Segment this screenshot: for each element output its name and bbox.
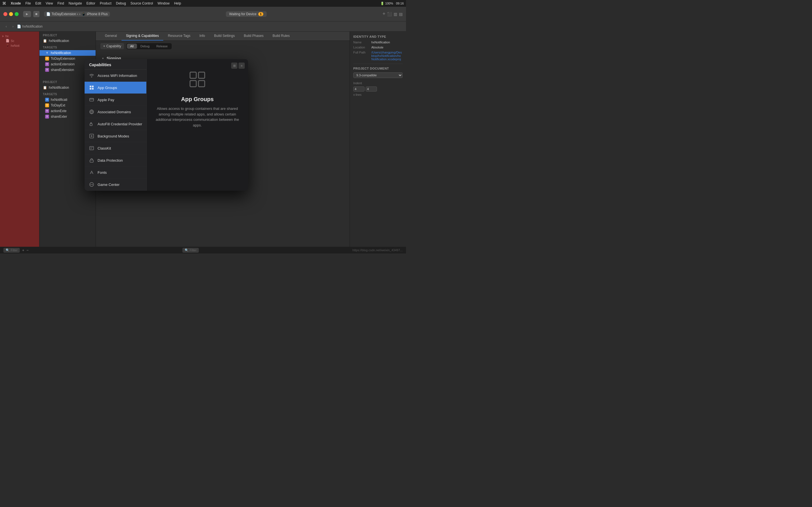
tab-build-phases[interactable]: Build Phases: [239, 32, 268, 41]
run-button[interactable]: ▶: [23, 11, 31, 17]
red-annotation-overlay: [0, 32, 39, 247]
right-inspector: Identity and Type Name hxNotification Lo…: [350, 32, 406, 247]
menu-file[interactable]: File: [26, 1, 31, 5]
cap-item-fonts[interactable]: Fonts: [96, 166, 146, 179]
inspector-compat-row: 9.3-compatible: [353, 72, 403, 78]
warning-badge[interactable]: 1: [258, 12, 263, 16]
menu-xcode[interactable]: Xcode: [11, 1, 21, 5]
capability-detail-title: App Groups: [181, 96, 214, 103]
cap-item-gamecenter[interactable]: Game Center: [96, 179, 146, 191]
hxnoti-label: hxNoti: [11, 44, 19, 47]
bottom-bar: 🔍 Filter + − 🔍 Filter https://blog.csdn.…: [0, 247, 406, 253]
cap-item-appgroups[interactable]: App Groups: [96, 82, 146, 94]
pill-debug[interactable]: Debug: [137, 44, 153, 49]
menu-view[interactable]: View: [46, 1, 53, 5]
file-name: hxNotification: [22, 24, 43, 29]
hxnoti-icon: 📱: [6, 44, 10, 47]
scheme-breadcrumb[interactable]: 📄 ToDayExtension › › 📱 iPhone 8 Plus: [44, 11, 110, 17]
sidebar-item-sc[interactable]: 📄 Sc: [0, 38, 39, 43]
project-name-2: hxNotification: [49, 86, 69, 90]
tab-build-rules[interactable]: Build Rules: [268, 32, 294, 41]
target-item-hxnotification[interactable]: T hxNotification: [40, 50, 96, 56]
target-name-today: ToDayExtension: [51, 57, 75, 61]
menu-product[interactable]: Product: [100, 1, 111, 5]
project-doc-title: Project Document: [353, 67, 403, 70]
menu-help[interactable]: Help: [174, 1, 181, 5]
capabilities-header: Capabilities: [96, 59, 146, 69]
menu-window[interactable]: Window: [158, 1, 170, 5]
pill-release[interactable]: Release: [153, 44, 171, 49]
indent-label: Indent: [353, 81, 370, 85]
plus-icon: +: [103, 44, 105, 48]
indent-row: Indent: [353, 81, 403, 85]
add-editor-button[interactable]: +: [382, 11, 386, 17]
inspector-path-row: Full Path /Users/zhangping/Desktop/hxNot…: [353, 51, 403, 61]
secondary-toolbar: ‹ › 📄 hxNotification: [0, 21, 406, 32]
cap-item-dataprotection[interactable]: Data Protection: [96, 154, 146, 166]
svg-rect-16: [199, 80, 205, 87]
fullscreen-button[interactable]: [15, 12, 18, 16]
cap-name-classkit: ClassKit: [98, 146, 111, 151]
tab-general[interactable]: General: [100, 32, 121, 41]
targets-section-label: TARGETS: [40, 44, 96, 50]
grid-view-toggle[interactable]: ⊞: [231, 62, 238, 69]
tab-signing[interactable]: Signing & Capabilities: [121, 32, 163, 41]
sc-label: Sc: [11, 39, 14, 43]
target-name-today-2: ToDayExt: [51, 103, 65, 107]
cap-item-bgmodes[interactable]: Background Modes: [96, 130, 146, 142]
sidebar-item-hxnoti[interactable]: 📱 hxNoti: [0, 43, 39, 48]
list-view-toggle[interactable]: ≡: [239, 62, 245, 69]
project-item-hxnotification[interactable]: 📋 hxNotification: [40, 38, 96, 44]
split-vertical-icon[interactable]: ▥: [394, 12, 397, 16]
indent-tab-input[interactable]: [366, 87, 377, 92]
target-name-action: actionExtension: [51, 62, 75, 66]
tab-resource-tags[interactable]: Resource Tags: [163, 32, 195, 41]
file-icon: 📄: [17, 24, 21, 29]
menu-navigate[interactable]: Navigate: [68, 1, 82, 5]
apple-menu[interactable]: ⌘: [2, 1, 6, 6]
menu-edit[interactable]: Edit: [35, 1, 41, 5]
left-filter-area: 🔍 Filter: [3, 248, 20, 252]
target-icon-today: T: [45, 57, 49, 61]
menu-find[interactable]: Find: [57, 1, 64, 5]
main-layout: ▶ hx 📄 Sc 📱 hxNoti PROJECT 📋 hxNotificat…: [0, 32, 406, 247]
menu-source-control[interactable]: Source Control: [131, 1, 153, 5]
nav-back-button[interactable]: ‹: [3, 24, 9, 29]
tab-info[interactable]: Info: [195, 32, 209, 41]
add-capability-button[interactable]: + Capability: [100, 43, 124, 49]
cap-item-applepay[interactable]: Apple Pay: [96, 94, 146, 106]
filter-placeholder: Filter: [11, 248, 17, 252]
traffic-lights: [3, 12, 18, 16]
target-icon-action-2: T: [45, 109, 49, 113]
status-waiting-label: Waiting for Device 1: [226, 11, 267, 17]
add-item-button[interactable]: +: [22, 248, 24, 252]
menu-debug[interactable]: Debug: [116, 1, 126, 5]
tab-build-settings[interactable]: Build Settings: [209, 32, 239, 41]
sidebar-item-hx[interactable]: ▶ hx: [0, 34, 39, 38]
cap-name-wifi: Access WiFi Information: [98, 73, 137, 78]
split-horizontal-icon[interactable]: ⬛: [387, 12, 392, 16]
menu-editor[interactable]: Editor: [87, 1, 95, 5]
cap-view-toggles: ⊞ ≡: [231, 62, 245, 69]
indent-input[interactable]: [353, 87, 364, 92]
minimize-button[interactable]: [9, 12, 13, 16]
add-capability-label: Capability: [106, 44, 121, 48]
target-name-share: shareExtension: [51, 68, 74, 72]
cap-item-wifi[interactable]: Access WiFi Information: [96, 69, 146, 82]
close-button[interactable]: [3, 12, 7, 16]
cap-item-domains[interactable]: Associated Domains: [96, 106, 146, 118]
capability-detail-icon: [188, 70, 206, 92]
cap-item-classkit[interactable]: ClassKit: [96, 142, 146, 154]
stop-button[interactable]: ■: [33, 11, 40, 17]
status-text: Waiting for Device: [229, 12, 257, 16]
cap-name-applepay: Apple Pay: [98, 98, 114, 102]
pill-all[interactable]: All: [127, 44, 137, 49]
nav-forward-button[interactable]: ›: [10, 24, 16, 29]
compatibility-select[interactable]: 9.3-compatible: [353, 72, 403, 78]
cap-item-autofill[interactable]: AutoFill Credential Provider: [96, 118, 146, 130]
inspector-toggle[interactable]: ▤: [399, 12, 403, 16]
svg-rect-15: [190, 80, 196, 87]
menubar-right: 🔋 100% 09:16: [380, 2, 404, 5]
capability-detail-panel: App Groups Allows access to group contai…: [147, 59, 248, 191]
remove-item-button[interactable]: −: [27, 248, 29, 252]
